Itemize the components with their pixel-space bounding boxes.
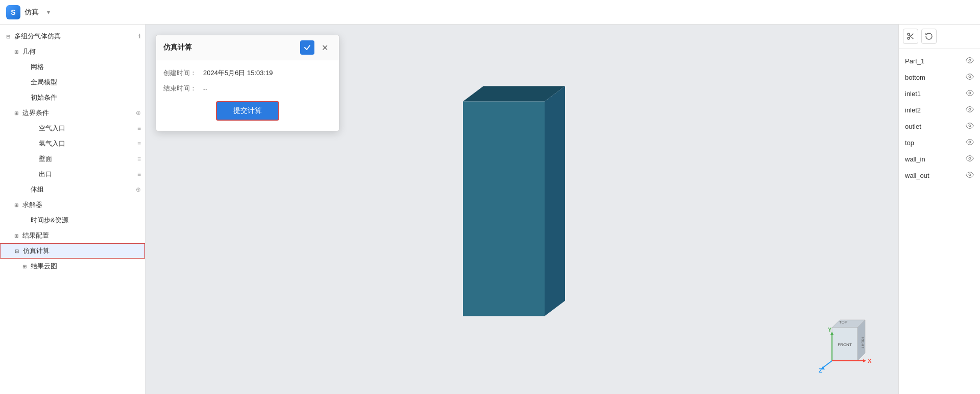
end-time-row: 结束时间： -- xyxy=(163,84,332,93)
eye-icon-inlet2[interactable] xyxy=(966,105,974,115)
top-toolbar: S 仿真 ▾ xyxy=(0,0,980,25)
part-item-wall-out-label: wall_out xyxy=(905,172,966,179)
expand-icon-geometry: ⊞ xyxy=(12,48,20,56)
dialog-body: 创建时间： 2024年5月6日 15:03:19 结束时间： -- 提交计算 xyxy=(156,60,339,131)
sidebar-item-result-cloud-label: 结果云图 xyxy=(31,262,141,271)
menu-icon-hydrogen-inlet[interactable]: ≡ xyxy=(137,140,141,147)
menu-icon-wall[interactable]: ≡ xyxy=(137,155,141,163)
created-time-row: 创建时间： 2024年5月6日 15:03:19 xyxy=(163,68,332,78)
expand-icon-body-group xyxy=(20,186,29,194)
sidebar-item-hydrogen-inlet[interactable]: 氢气入口 ≡ xyxy=(0,136,145,151)
expand-icon-air-inlet xyxy=(29,124,37,132)
sidebar-item-geometry[interactable]: ⊞ 几何 xyxy=(0,44,145,59)
sidebar-item-body-group[interactable]: 体组 ⊕ xyxy=(0,182,145,197)
parts-list: Part_1 bottom inlet1 xyxy=(899,49,980,188)
sidebar-item-initial-conditions-label: 初始条件 xyxy=(31,93,141,102)
expand-icon-hydrogen-inlet xyxy=(29,140,37,148)
dialog-confirm-button[interactable] xyxy=(300,40,314,55)
part-item-wall-in[interactable]: wall_in xyxy=(899,151,980,167)
part-item-wall-out[interactable]: wall_out xyxy=(899,167,980,183)
add-icon-boundary[interactable]: ⊕ xyxy=(136,109,141,117)
sidebar-item-hydrogen-inlet-label: 氢气入口 xyxy=(39,139,137,148)
sidebar-item-wall[interactable]: 壁面 ≡ xyxy=(0,151,145,167)
undo-icon xyxy=(925,32,933,40)
main-layout: ⊟ 多组分气体仿真 ℹ ⊞ 几何 网格 全局模型 初始条件 xyxy=(0,25,980,394)
svg-line-15 xyxy=(912,37,914,39)
end-time-value: -- xyxy=(203,85,208,92)
sidebar-item-result-cloud[interactable]: ⊞ 结果云图 xyxy=(0,259,145,274)
sidebar-item-global-model-label: 全局模型 xyxy=(31,78,141,87)
dialog-close-button[interactable]: ✕ xyxy=(317,40,332,55)
add-icon-body-group[interactable]: ⊕ xyxy=(136,186,141,193)
sidebar-item-simulation-calc-label: 仿真计算 xyxy=(23,246,140,256)
svg-point-20 xyxy=(969,108,971,110)
model-container xyxy=(432,81,596,338)
expand-icon-outlet xyxy=(29,170,37,178)
expand-icon-wall xyxy=(29,155,37,163)
part-item-inlet2[interactable]: inlet2 xyxy=(899,102,980,118)
expand-icon-initial-conditions xyxy=(20,94,29,102)
part-item-outlet-label: outlet xyxy=(905,123,966,130)
sidebar-item-solver[interactable]: ⊞ 求解器 xyxy=(0,197,145,213)
dialog-title: 仿真计算 xyxy=(163,43,300,52)
right-face-label: RIGHT xyxy=(861,337,865,349)
sidebar-item-result-config[interactable]: ⊞ 结果配置 xyxy=(0,228,145,243)
part-item-top-label: top xyxy=(905,139,966,147)
scissors-icon xyxy=(906,32,915,40)
eye-icon-wall-out[interactable] xyxy=(966,171,974,180)
sidebar-item-air-inlet[interactable]: 空气入口 ≡ xyxy=(0,121,145,136)
part-item-bottom[interactable]: bottom xyxy=(899,69,980,85)
expand-icon-root: ⊟ xyxy=(4,32,12,40)
sidebar-item-root[interactable]: ⊟ 多组分气体仿真 ℹ xyxy=(0,29,145,44)
right-panel-scissors-button[interactable] xyxy=(903,29,918,44)
part-item-part1[interactable]: Part_1 xyxy=(899,53,980,69)
eye-icon-top[interactable] xyxy=(966,138,974,148)
sidebar-item-boundary-conditions[interactable]: ⊞ 边界条件 ⊕ xyxy=(0,105,145,121)
dialog-header: 仿真计算 ✕ xyxy=(156,35,339,60)
sidebar-item-air-inlet-label: 空气入口 xyxy=(39,124,137,133)
sidebar-item-initial-conditions[interactable]: 初始条件 xyxy=(0,90,145,105)
eye-icon-inlet1[interactable] xyxy=(966,89,974,99)
sidebar-item-root-label: 多组分气体仿真 xyxy=(14,32,138,41)
sidebar-item-outlet[interactable]: 出口 ≡ xyxy=(0,167,145,182)
expand-icon-result-config: ⊞ xyxy=(12,231,20,240)
sidebar-item-mesh[interactable]: 网格 xyxy=(0,59,145,75)
expand-icon-boundary: ⊞ xyxy=(12,109,20,117)
sidebar-item-timestep-label: 时间步&资源 xyxy=(31,216,141,225)
eye-icon-bottom[interactable] xyxy=(966,73,974,82)
menu-icon-outlet[interactable]: ≡ xyxy=(137,171,141,178)
axis-cube-svg: TOP RIGHT FRONT Y X Z xyxy=(817,312,878,374)
expand-icon-timestep xyxy=(20,216,29,224)
app-logo: S xyxy=(6,5,20,19)
sidebar-item-timestep[interactable]: 时间步&资源 xyxy=(0,213,145,228)
part-item-inlet2-label: inlet2 xyxy=(905,106,966,114)
right-panel-undo-button[interactable] xyxy=(921,29,937,44)
expand-icon-simulation-calc: ⊟ xyxy=(13,247,21,255)
right-panel-toolbar xyxy=(899,25,980,49)
part-item-inlet1-label: inlet1 xyxy=(905,90,966,98)
app-title: 仿真 xyxy=(24,8,39,17)
created-time-value: 2024年5月6日 15:03:19 xyxy=(203,68,273,78)
svg-point-18 xyxy=(969,76,971,78)
sidebar-tree: ⊟ 多组分气体仿真 ℹ ⊞ 几何 网格 全局模型 初始条件 xyxy=(0,25,145,278)
sidebar-item-global-model[interactable]: 全局模型 xyxy=(0,75,145,90)
sidebar-item-wall-label: 壁面 xyxy=(39,154,137,164)
part-item-top[interactable]: top xyxy=(899,134,980,151)
eye-icon-outlet[interactable] xyxy=(966,122,974,131)
menu-icon-air-inlet[interactable]: ≡ xyxy=(137,125,141,132)
part-item-wall-in-label: wall_in xyxy=(905,155,966,163)
created-time-label: 创建时间： xyxy=(163,68,199,78)
part-item-part1-label: Part_1 xyxy=(905,57,966,65)
svg-line-16 xyxy=(909,35,911,36)
sidebar-item-simulation-calc[interactable]: ⊟ 仿真计算 xyxy=(0,243,145,259)
part-item-inlet1[interactable]: inlet1 xyxy=(899,85,980,102)
part-item-outlet[interactable]: outlet xyxy=(899,118,980,134)
svg-point-13 xyxy=(908,37,910,39)
end-time-label: 结束时间： xyxy=(163,84,199,93)
eye-icon-wall-in[interactable] xyxy=(966,154,974,164)
eye-icon-part1[interactable] xyxy=(966,56,974,66)
svg-marker-1 xyxy=(545,86,565,316)
expand-icon-result-cloud: ⊞ xyxy=(20,262,29,270)
submit-calc-button[interactable]: 提交计算 xyxy=(216,101,279,121)
z-axis-label: Z xyxy=(819,367,822,374)
